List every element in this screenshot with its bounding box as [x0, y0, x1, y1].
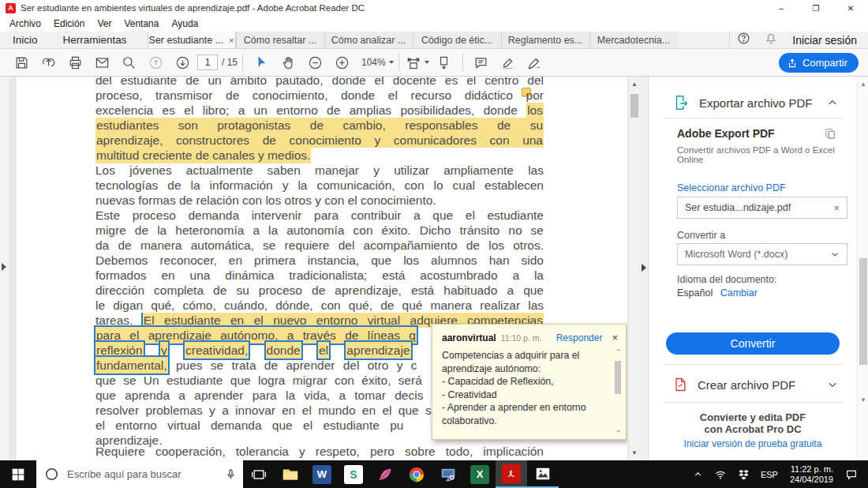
comment-tool-icon[interactable]: [468, 51, 495, 73]
doc-tab-reglamento[interactable]: Reglamento es...: [501, 32, 589, 48]
menu-archivo[interactable]: Archivo: [3, 17, 47, 31]
previous-page-icon[interactable]: [142, 51, 169, 73]
highlight-tool-icon[interactable]: [495, 51, 522, 73]
tray-chevron-up-icon[interactable]: [693, 469, 703, 479]
tab-herramientas[interactable]: Herramientas: [51, 32, 140, 48]
comment-reply-link[interactable]: Responder: [556, 332, 603, 343]
dropbox-icon[interactable]: [738, 468, 750, 480]
hand-tool-icon[interactable]: [275, 51, 301, 73]
format-dropdown[interactable]: Microsoft Word (*.docx): [677, 243, 847, 265]
text-segment: Los jóvenes actualmente saben manejar y …: [95, 163, 544, 177]
document-scrollbar-thumb[interactable]: [630, 94, 638, 118]
highlight-annotation[interactable]: multitud creciente de canales y medios.: [95, 147, 311, 163]
export-panel-header[interactable]: Exportar archivo PDF: [649, 91, 857, 114]
tools-panel-toggle[interactable]: [639, 77, 649, 460]
selected-file-field[interactable]: Ser estudia...ndizaje.pdf ×: [677, 197, 847, 219]
search-icon[interactable]: [115, 51, 142, 73]
text-segment: le digan qué, cómo, cuándo, dónde, con q…: [95, 298, 544, 312]
chrome-button[interactable]: [401, 460, 432, 488]
close-button[interactable]: ✕: [833, 0, 868, 16]
create-pdf-section-header[interactable]: Crear archivo PDF: [649, 374, 857, 396]
notifications-bell-icon[interactable]: [765, 32, 777, 48]
highlight-annotation[interactable]: fundamental,: [95, 357, 168, 374]
s-app-button[interactable]: S: [338, 460, 369, 488]
fit-width-icon[interactable]: [404, 51, 431, 73]
zoom-level-select[interactable]: 104%: [361, 57, 394, 68]
remote-desktop-button[interactable]: [432, 460, 464, 488]
scroll-up-icon[interactable]: ⌃: [615, 348, 622, 356]
scroll-down-icon[interactable]: ▼: [629, 447, 640, 459]
wifi-icon[interactable]: [714, 468, 727, 481]
next-page-icon[interactable]: [169, 51, 196, 73]
highlight-annotation[interactable]: el: [318, 342, 329, 358]
email-icon[interactable]: [88, 51, 115, 73]
select-tool-icon[interactable]: [248, 51, 275, 73]
highlight-annotation[interactable]: creatividad,: [185, 342, 249, 358]
menu-edicion[interactable]: Edición: [47, 17, 91, 31]
doc-tab-como-analizar[interactable]: Cómo analizar ...: [324, 32, 413, 48]
highlight-annotation[interactable]: aprendizaje, constructores de conocimien…: [95, 133, 544, 148]
zoom-out-icon[interactable]: [301, 51, 328, 73]
keyboard-language-indicator[interactable]: ESP: [761, 470, 778, 479]
task-view-button[interactable]: [243, 460, 275, 488]
microphone-icon[interactable]: [225, 468, 237, 480]
comment-scrollbar[interactable]: ⌃ ⌄: [613, 348, 623, 434]
file-explorer-button[interactable]: [275, 460, 306, 488]
menu-ayuda[interactable]: Ayuda: [165, 17, 204, 31]
panel-scrollbar[interactable]: ▲ ▼: [857, 77, 868, 460]
maximize-button[interactable]: ❐: [799, 0, 833, 16]
minimize-button[interactable]: –: [764, 0, 799, 16]
navigation-pane-toggle-icon[interactable]: [2, 263, 6, 271]
doc-tab-mercadotecnia[interactable]: Mercadotecnia...: [589, 32, 678, 48]
action-center-icon[interactable]: [845, 468, 858, 481]
upload-cloud-icon[interactable]: [35, 51, 62, 73]
doc-tab-close-icon[interactable]: ×: [229, 36, 234, 45]
change-language-link[interactable]: Cambiar: [720, 287, 758, 298]
highlight-annotation[interactable]: y: [160, 342, 168, 358]
help-icon[interactable]: [737, 32, 750, 48]
start-button[interactable]: [0, 460, 36, 488]
fill-sign-tool-icon[interactable]: [522, 51, 548, 73]
scroll-up-icon[interactable]: ▲: [629, 78, 640, 90]
doc-tab-como-resaltar[interactable]: Cómo resaltar ...: [236, 32, 324, 48]
taskbar-search-input[interactable]: Escribe aquí para buscar: [36, 460, 243, 488]
menu-ventana[interactable]: Ventana: [118, 17, 165, 31]
feather-app-button[interactable]: [369, 460, 401, 488]
comment-close-icon[interactable]: ×: [612, 332, 618, 343]
photos-taskbar-button[interactable]: [527, 460, 559, 488]
clear-file-icon[interactable]: ×: [833, 202, 840, 214]
select-file-link[interactable]: Seleccionar archivo PDF: [677, 182, 786, 193]
highlight-annotation[interactable]: los: [526, 103, 544, 118]
share-button[interactable]: Compartir: [779, 53, 859, 73]
acrobat-taskbar-button[interactable]: [496, 460, 527, 488]
print-icon[interactable]: [62, 51, 88, 73]
excel-button[interactable]: X: [464, 460, 496, 488]
save-icon[interactable]: [8, 51, 35, 73]
word-button[interactable]: W: [306, 460, 338, 488]
scroll-down-icon[interactable]: ⌄: [615, 426, 622, 434]
free-trial-link[interactable]: Iniciar versión de prueba gratuita: [649, 438, 857, 449]
page-number-input[interactable]: [197, 54, 218, 70]
document-scrollbar[interactable]: ▲ ▼: [628, 77, 639, 460]
convert-button[interactable]: Convertir: [666, 332, 840, 355]
page-scrolling-icon[interactable]: [431, 51, 458, 73]
highlight-annotation[interactable]: reflexión: [95, 342, 144, 358]
highlight-annotation[interactable]: aprendizaje: [346, 342, 410, 358]
scroll-down-icon[interactable]: ▼: [858, 394, 868, 406]
chevron-up-icon[interactable]: [827, 97, 838, 108]
doc-tab-codigo-etica[interactable]: Código de étic...: [413, 32, 501, 48]
export-panel-subtitle: Convertir archivos PDF a Word o Excel On…: [677, 145, 847, 164]
tab-inicio[interactable]: Inicio: [0, 32, 51, 48]
panel-scrollbar-thumb[interactable]: [859, 258, 867, 365]
menu-ver[interactable]: Ver: [91, 17, 118, 31]
highlight-annotation[interactable]: donde: [266, 342, 301, 358]
scroll-up-icon[interactable]: ▲: [858, 78, 868, 90]
highlight-annotation[interactable]: estudiantes son protagonistas de cambio,…: [95, 118, 544, 133]
comment-scrollbar-thumb[interactable]: [615, 361, 621, 394]
highlight-annotation[interactable]: para el aprendizaje autónomo, a través d…: [95, 327, 417, 343]
doc-tab-ser-estudiante[interactable]: Ser estudiante ... ×: [148, 32, 236, 48]
chevron-down-icon[interactable]: [827, 379, 838, 390]
taskbar-clock[interactable]: 11:22 p. m. 24/04/2019: [790, 464, 833, 485]
sign-in-button[interactable]: Iniciar sesión: [792, 34, 857, 47]
zoom-in-icon[interactable]: [328, 51, 355, 73]
